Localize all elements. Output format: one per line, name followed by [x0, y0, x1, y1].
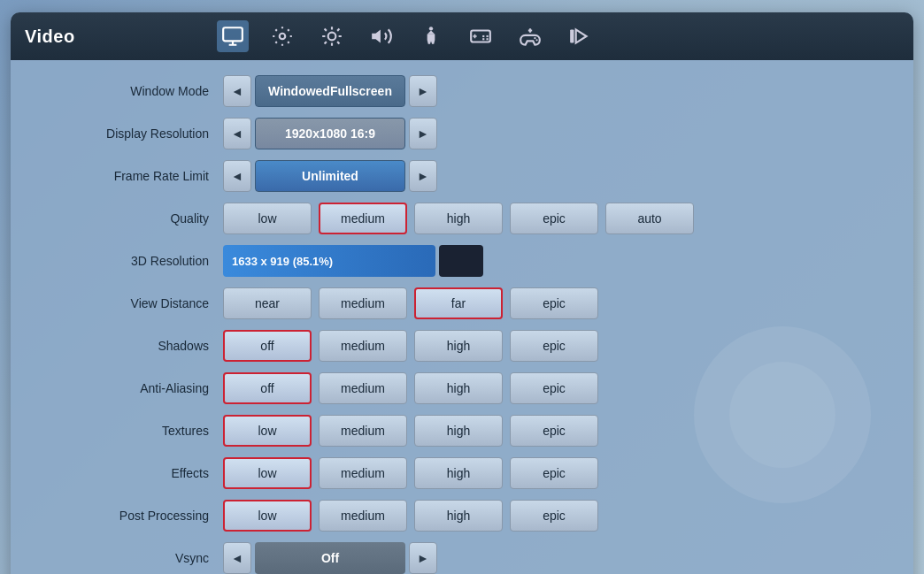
effects-low[interactable]: low — [223, 457, 312, 489]
resolution-3d-control: 1633 x 919 (85.1%) — [223, 245, 483, 277]
resolution-3d-bar[interactable]: 1633 x 919 (85.1%) — [223, 245, 435, 277]
svg-rect-0 — [223, 27, 243, 41]
svg-line-10 — [337, 42, 339, 43]
accessibility-svg — [420, 25, 443, 48]
effects-epic[interactable]: epic — [510, 457, 598, 489]
window-mode-row: Window Mode ◄ WindowedFullscreen ► — [46, 74, 878, 108]
svg-point-25 — [535, 39, 537, 41]
view-distance-far[interactable]: far — [414, 287, 503, 319]
resolution-3d-value: 1633 x 919 (85.1%) — [232, 255, 333, 268]
svg-rect-19 — [486, 35, 488, 37]
vsync-next[interactable]: ► — [409, 542, 437, 574]
nav-accessibility-icon[interactable] — [415, 20, 447, 52]
display-resolution-value: 1920x1080 16:9 — [255, 118, 405, 149]
view-distance-row: View Distance near medium far epic — [46, 287, 878, 320]
effects-medium[interactable]: medium — [319, 457, 407, 489]
svg-point-4 — [327, 33, 335, 41]
textures-epic[interactable]: epic — [510, 415, 598, 447]
effects-row: Effects low medium high epic — [46, 456, 878, 490]
frame-rate-next[interactable]: ► — [409, 160, 437, 192]
input-svg — [469, 25, 492, 48]
svg-line-9 — [324, 29, 326, 31]
effects-label: Effects — [46, 466, 223, 480]
post-processing-low[interactable]: low — [223, 500, 312, 532]
view-distance-epic[interactable]: epic — [510, 287, 598, 319]
anti-aliasing-off[interactable]: off — [223, 372, 312, 404]
svg-point-24 — [534, 37, 535, 39]
shadows-epic[interactable]: epic — [510, 330, 598, 362]
svg-marker-13 — [372, 29, 381, 42]
textures-low[interactable]: low — [223, 415, 312, 447]
textures-medium[interactable]: medium — [319, 415, 407, 447]
svg-rect-27 — [570, 29, 574, 42]
shadows-medium[interactable]: medium — [319, 330, 407, 362]
display-resolution-next[interactable]: ► — [409, 118, 437, 149]
vsync-row: Vsync ◄ Off ► — [46, 541, 878, 574]
display-resolution-control: ◄ 1920x1080 16:9 ► — [223, 118, 437, 149]
frame-rate-control: ◄ Unlimited ► — [223, 160, 437, 192]
vsync-prev[interactable]: ◄ — [223, 542, 251, 574]
anti-aliasing-medium[interactable]: medium — [319, 372, 407, 404]
svg-line-12 — [337, 29, 339, 31]
main-window: Video — [11, 12, 913, 574]
shadows-off[interactable]: off — [223, 330, 312, 362]
svg-point-3 — [279, 34, 285, 40]
svg-rect-20 — [482, 38, 484, 40]
view-distance-near[interactable]: near — [223, 287, 312, 319]
quality-epic[interactable]: epic — [510, 203, 598, 234]
anti-aliasing-label: Anti-Aliasing — [46, 381, 223, 395]
quality-auto[interactable]: auto — [605, 203, 694, 234]
vsync-value: Off — [255, 542, 405, 574]
quality-low[interactable]: low — [223, 203, 312, 234]
resolution-3d-label: 3D Resolution — [46, 254, 223, 268]
quality-high[interactable]: high — [414, 203, 503, 234]
textures-high[interactable]: high — [414, 415, 503, 447]
display-resolution-row: Display Resolution ◄ 1920x1080 16:9 ► — [46, 117, 878, 150]
window-mode-value: WindowedFullscreen — [255, 75, 405, 107]
svg-marker-26 — [575, 29, 586, 42]
shadows-high[interactable]: high — [414, 330, 503, 362]
vsync-control: ◄ Off ► — [223, 542, 437, 574]
volume-svg — [370, 25, 393, 48]
gear-svg — [271, 25, 294, 48]
vsync-label: Vsync — [46, 551, 223, 565]
nav-icons — [217, 20, 596, 52]
quality-label: Quality — [46, 211, 223, 226]
anti-aliasing-epic[interactable]: epic — [510, 372, 598, 404]
frame-rate-row: Frame Rate Limit ◄ Unlimited ► — [46, 159, 878, 193]
post-processing-medium[interactable]: medium — [319, 500, 407, 532]
svg-point-14 — [428, 27, 432, 30]
window-mode-prev[interactable]: ◄ — [223, 75, 251, 107]
replay-svg — [568, 25, 591, 48]
textures-row: Textures low medium high epic — [46, 414, 878, 448]
nav-input-icon[interactable] — [465, 20, 497, 52]
nav-gear-icon[interactable] — [266, 20, 298, 52]
display-resolution-label: Display Resolution — [46, 126, 223, 141]
svg-rect-18 — [482, 35, 484, 37]
monitor-svg — [221, 25, 244, 48]
post-processing-label: Post Processing — [46, 509, 223, 523]
nav-monitor-icon[interactable] — [217, 20, 249, 52]
frame-rate-value: Unlimited — [255, 160, 405, 192]
quality-medium[interactable]: medium — [319, 203, 407, 234]
brightness-svg — [320, 25, 343, 48]
resolution-3d-dark — [439, 245, 483, 277]
nav-brightness-icon[interactable] — [316, 20, 348, 52]
textures-label: Textures — [46, 424, 223, 438]
anti-aliasing-high[interactable]: high — [414, 372, 503, 404]
view-distance-label: View Distance — [46, 296, 223, 310]
nav-volume-icon[interactable] — [366, 20, 397, 52]
display-resolution-prev[interactable]: ◄ — [223, 118, 251, 149]
post-processing-epic[interactable]: epic — [510, 500, 598, 532]
svg-rect-21 — [486, 38, 488, 40]
svg-line-11 — [324, 42, 326, 43]
nav-replay-icon[interactable] — [564, 20, 596, 52]
shadows-row: Shadows off medium high epic — [46, 329, 878, 363]
post-processing-high[interactable]: high — [414, 500, 503, 532]
window-mode-next[interactable]: ► — [409, 75, 437, 107]
effects-high[interactable]: high — [414, 457, 503, 489]
nav-controller-icon[interactable] — [514, 20, 546, 52]
frame-rate-prev[interactable]: ◄ — [223, 160, 251, 192]
view-distance-medium[interactable]: medium — [319, 287, 407, 319]
window-mode-label: Window Mode — [46, 84, 223, 98]
